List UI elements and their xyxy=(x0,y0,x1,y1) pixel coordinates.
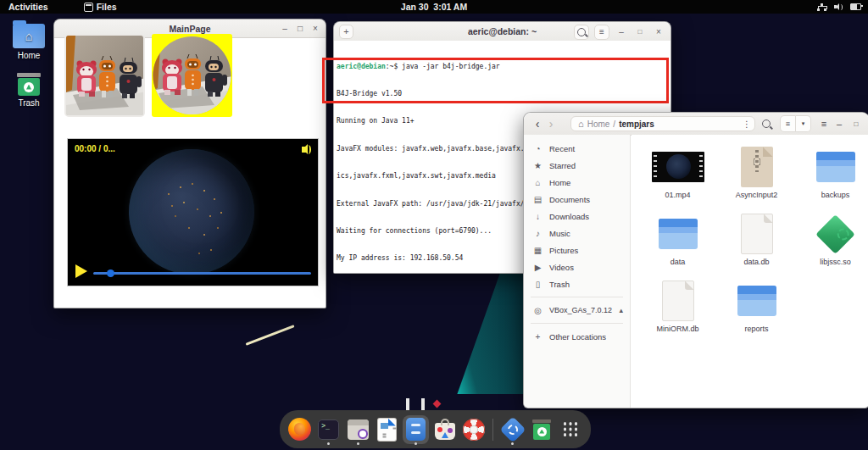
battery-icon xyxy=(850,3,861,10)
sidebar-item-label: VBox_GAs_7.0.12 xyxy=(549,306,612,314)
file-item-miniormdb[interactable]: MiniORM.db xyxy=(638,279,717,346)
maximize-button[interactable]: □ xyxy=(633,25,647,39)
view-toggle[interactable]: ≡ ▾ xyxy=(780,115,811,132)
minimize-button[interactable]: – xyxy=(615,25,628,39)
sidebar-item-recent[interactable]: ◔ Recent xyxy=(524,140,630,157)
firefox-icon xyxy=(288,418,311,441)
dock-item-writer[interactable] xyxy=(375,414,399,445)
sidebar-item-other-locations[interactable]: + Other Locations xyxy=(524,328,630,345)
optical-disc-icon: ◎ xyxy=(532,306,543,315)
breadcrumb-home[interactable]: Home xyxy=(587,119,610,129)
recent-clock-icon: ◔ xyxy=(532,144,543,153)
robot-photo-circle-cropped xyxy=(152,34,232,117)
files-headerbar[interactable]: ‹ › ⌂ Home / tempjars ⋮ ≡ ▾ ≡ – □ xyxy=(524,113,868,136)
file-item-data[interactable]: data xyxy=(638,212,717,279)
hamburger-menu-button[interactable]: ≡ xyxy=(816,116,832,131)
maximize-button[interactable]: □ xyxy=(293,22,307,36)
file-item-asyncinput2[interactable]: AsyncInput2 xyxy=(717,145,796,212)
shared-library-icon xyxy=(816,214,855,253)
java-app-icon xyxy=(499,416,526,442)
sidebar-item-pictures[interactable]: ▦ Pictures xyxy=(524,242,630,258)
breadcrumb[interactable]: ⌂ Home / tempjars ⋮ xyxy=(570,116,755,131)
dock-item-trash[interactable] xyxy=(530,414,554,445)
menu-button[interactable]: ≡ xyxy=(594,25,609,40)
breadcrumb-current[interactable]: tempjars xyxy=(619,119,654,129)
file-item-datadb[interactable]: data.db xyxy=(717,212,796,279)
eject-icon[interactable]: ▴ xyxy=(619,306,623,314)
sidebar-item-documents[interactable]: ▤ Documents xyxy=(524,191,630,208)
desktop-icon-home[interactable]: ⌂ Home xyxy=(5,24,53,60)
sidebar-item-videos[interactable]: ▶ Videos xyxy=(524,258,630,275)
terminal-titlebar[interactable]: + aeric@debian: ~ ≡ – □ × xyxy=(334,22,670,42)
seek-thumb[interactable] xyxy=(107,269,114,277)
view-options-caret[interactable]: ▾ xyxy=(796,115,811,132)
folder-icon xyxy=(816,152,855,182)
home-folder-icon: ⌂ xyxy=(13,24,45,48)
seek-bar[interactable] xyxy=(93,272,311,275)
close-button[interactable]: × xyxy=(652,25,665,39)
file-item-libjssc[interactable]: libjssc.so xyxy=(796,212,868,279)
file-name: MiniORM.db xyxy=(656,325,698,333)
sidebar-item-trash[interactable]: ▯ Trash xyxy=(524,275,630,292)
dock-item-firefox[interactable] xyxy=(287,414,312,445)
file-item-backups[interactable]: backups xyxy=(796,145,868,212)
trash-can-icon xyxy=(5,73,53,96)
running-indicator xyxy=(327,442,330,445)
sidebar-item-vbox-device[interactable]: ◎ VBox_GAs_7.0.12 ▴ xyxy=(524,302,630,319)
files-window: ‹ › ⌂ Home / tempjars ⋮ ≡ ▾ ≡ – □ ◔ Rece… xyxy=(523,112,868,408)
new-tab-button[interactable]: + xyxy=(339,25,353,39)
search-button[interactable] xyxy=(759,116,774,131)
sidebar-item-label: Pictures xyxy=(549,246,578,255)
sidebar-separator xyxy=(531,323,623,324)
sidebar-item-starred[interactable]: ★ Starred xyxy=(524,157,630,174)
music-note-icon: ♪ xyxy=(532,229,543,238)
sidebar-item-label: Videos xyxy=(549,263,574,272)
sidebar-item-home[interactable]: ⌂ Home xyxy=(524,174,630,191)
sidebar-item-label: Trash xyxy=(549,280,570,289)
video-time-label: 00:00 / 0... xyxy=(75,144,115,153)
dock-item-software[interactable] xyxy=(432,414,457,445)
sidebar-item-label: Other Locations xyxy=(549,332,606,342)
file-name: reports xyxy=(744,325,768,333)
dock-item-terminal[interactable]: >_ xyxy=(316,414,341,445)
kebab-menu-icon[interactable]: ⋮ xyxy=(743,119,751,129)
trash-icon xyxy=(532,419,551,440)
close-button[interactable]: × xyxy=(309,22,322,36)
dock-item-app-grid[interactable] xyxy=(559,414,583,445)
dock: >_ xyxy=(280,410,591,448)
dock-separator xyxy=(492,419,493,441)
back-button[interactable]: ‹ xyxy=(531,117,544,131)
running-indicator xyxy=(357,442,359,445)
drawn-yellow-line xyxy=(246,325,295,345)
file-item-reports[interactable]: reports xyxy=(717,279,796,346)
forward-button[interactable]: › xyxy=(544,117,558,131)
system-status-area[interactable] xyxy=(817,0,861,14)
search-icon xyxy=(577,28,586,36)
clock[interactable]: Jan 30 3:01 AM xyxy=(0,2,868,12)
plus-icon: + xyxy=(532,332,543,342)
desktop-icon-trash[interactable]: Trash xyxy=(5,73,53,108)
dock-item-java-app[interactable] xyxy=(500,414,525,445)
star-icon: ★ xyxy=(532,161,543,170)
file-item-01mp4[interactable]: 01.mp4 xyxy=(638,145,717,212)
sidebar-item-label: Documents xyxy=(549,195,590,204)
video-player[interactable]: 00:00 / 0... xyxy=(67,138,319,286)
sidebar-item-downloads[interactable]: ↓ Downloads xyxy=(524,208,630,225)
minimize-button[interactable]: – xyxy=(832,116,847,131)
sidebar-item-music[interactable]: ♪ Music xyxy=(524,225,630,242)
mainpage-window: MainPage – □ × 00:00 / 0... xyxy=(53,19,326,308)
search-button[interactable] xyxy=(574,25,589,40)
files-grid[interactable]: 01.mp4 AsyncInput2 backups data data.db … xyxy=(632,135,868,408)
speaker-icon[interactable] xyxy=(302,147,306,153)
dock-item-help[interactable] xyxy=(461,414,486,445)
top-bar: Activities Files Jan 30 3:01 AM xyxy=(0,0,868,14)
list-view-icon[interactable]: ≡ xyxy=(780,115,796,132)
maximize-button[interactable]: □ xyxy=(849,116,864,131)
dock-item-files[interactable] xyxy=(403,414,428,445)
wallpaper-logo-fragment xyxy=(421,398,425,410)
play-button[interactable] xyxy=(75,264,87,278)
help-lifebuoy-icon xyxy=(463,419,485,441)
dock-item-clocks[interactable] xyxy=(345,414,370,445)
files-sidebar: ◔ Recent ★ Starred ⌂ Home ▤ Documents ↓ … xyxy=(524,135,631,408)
minimize-button[interactable]: – xyxy=(278,22,292,36)
